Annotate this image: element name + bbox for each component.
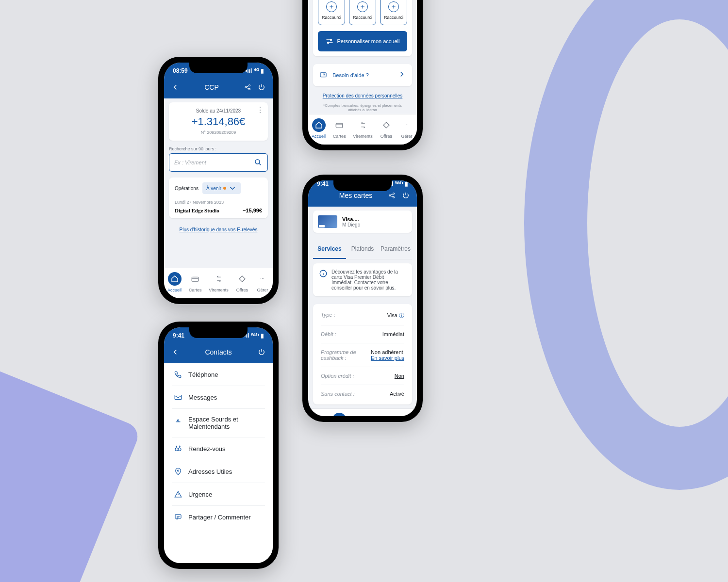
svg-point-1: [249, 85, 250, 86]
back-icon[interactable]: [171, 348, 180, 356]
svg-rect-8: [336, 123, 343, 128]
more-history-link[interactable]: Plus d'historique dans vos E-relevés: [180, 227, 258, 232]
svg-point-10: [393, 193, 395, 194]
contact-deaf[interactable]: Espace Sourds et Malentendants: [172, 409, 265, 437]
tab-gerer[interactable]: ⋯Gérer: [256, 272, 269, 292]
plus-icon: ＋: [326, 1, 337, 12]
help-icon: [319, 71, 328, 80]
card-thumbnail: [318, 215, 337, 228]
account-number: N° 209209209209: [175, 130, 262, 135]
search-input[interactable]: Ex : Virement: [169, 153, 268, 172]
tab-gerer[interactable]: ⋯Gérer: [400, 118, 414, 139]
phone-icon: [174, 370, 182, 379]
svg-rect-4: [192, 277, 199, 281]
svg-point-11: [393, 196, 395, 198]
balance-value: +1.314,86€: [175, 115, 262, 128]
page-title: Mes cartes: [324, 192, 388, 199]
upcoming-filter[interactable]: À venir: [202, 182, 241, 194]
svg-point-0: [245, 87, 247, 88]
back-icon[interactable]: [171, 83, 180, 92]
tab-virements[interactable]: Virements: [209, 272, 228, 292]
power-icon[interactable]: [401, 191, 410, 200]
info-icon[interactable]: ⓘ: [399, 312, 404, 318]
tab-virements[interactable]: Virements: [353, 118, 372, 139]
kv-type: Type :Visa ⓘ: [321, 306, 404, 325]
plus-icon: ＋: [388, 1, 399, 12]
tab-cartes[interactable]: Cartes: [332, 118, 346, 139]
power-icon[interactable]: [257, 83, 266, 92]
shortcut-add[interactable]: ＋Raccourci: [318, 0, 345, 25]
share-icon[interactable]: [244, 83, 252, 92]
phone-ccp: 08:59•ııl ⁴ᴳ ▮ CCP ⋮ Solde au 24/11/2023…: [158, 57, 279, 304]
accessibility-icon: [174, 419, 182, 427]
contact-addresses[interactable]: Adresses Utiles: [172, 460, 265, 483]
tab-bar: Accueil Cartes Virements Offres ⋯Gérer: [308, 114, 417, 145]
calendar-icon: [174, 444, 182, 453]
svg-point-15: [178, 420, 179, 421]
phone-home: ＋Raccourci ＋Raccourci ＋Raccourci Personn…: [302, 0, 423, 150]
contact-phone[interactable]: Téléphone: [172, 363, 265, 386]
tab-accueil[interactable]: Accueil: [312, 413, 326, 416]
cashback-link[interactable]: En savoir plus: [371, 355, 404, 361]
phone-contacts: 9:41•ıl ᵂᶦᶠᶦ ▮ Contacts Téléphone Messag…: [158, 322, 279, 569]
tab-offres[interactable]: Offres: [235, 272, 249, 292]
info-banner: Découvrez les avantages de la carte Visa…: [313, 263, 412, 296]
balance-card: ⋮ Solde au 24/11/2023 +1.314,86€ N° 2092…: [169, 102, 268, 141]
kv-debit: Débit :Immédiat: [321, 325, 404, 343]
search-icon: [254, 158, 263, 167]
operations-label: Opérations: [175, 186, 199, 191]
svg-point-2: [249, 88, 250, 90]
svg-point-16: [175, 448, 178, 451]
tab-cartes[interactable]: Cartes: [188, 272, 202, 292]
balance-label: Solde au 24/11/2023: [175, 108, 262, 113]
tab-cartes[interactable]: Cartes: [332, 413, 346, 416]
search-label: Recherche sur 90 jours :: [169, 146, 268, 151]
privacy-link[interactable]: Protection des données personnelles: [323, 93, 403, 98]
search-placeholder: Ex : Virement: [174, 160, 206, 165]
shortcut-add[interactable]: ＋Raccourci: [349, 0, 376, 25]
card-holder: M Diego: [342, 222, 360, 227]
tab-accueil[interactable]: Accueil: [167, 272, 182, 292]
contact-messages[interactable]: Messages: [172, 386, 265, 409]
kv-contactless: Sans contact :Activé: [321, 385, 404, 403]
kv-cashback: Programme de cashback :Non adhérentEn sa…: [321, 343, 404, 367]
page-title: CCP: [180, 83, 244, 91]
help-card[interactable]: Besoin d'aide ?: [313, 64, 412, 86]
tab-parametres[interactable]: Paramètres: [379, 240, 412, 259]
shortcut-add[interactable]: ＋Raccourci: [380, 0, 407, 25]
tab-offres[interactable]: Offres: [380, 413, 393, 416]
tab-accueil[interactable]: Accueil: [312, 118, 326, 139]
tab-gerer[interactable]: ⋯Gérer: [400, 413, 414, 416]
tab-bar: Accueil Cartes Virements Offres ⋯Gérer: [308, 408, 417, 416]
info-icon: [319, 269, 328, 278]
op-date: Lundi 27 Novembre 2023: [175, 200, 262, 205]
share-icon[interactable]: [388, 191, 397, 200]
phone-cards: 9:41•ıl ᵂᶦᶠᶦ ▮ Mes cartes Visa.... M Die…: [302, 175, 423, 422]
tab-bar: Accueil Cartes Virements Offres ⋯Gérer: [164, 268, 273, 298]
warning-icon: [174, 490, 182, 499]
card-summary[interactable]: Visa.... M Diego: [313, 210, 412, 233]
svg-point-18: [178, 470, 179, 471]
header: CCP: [164, 79, 273, 98]
header: Contacts: [164, 344, 273, 363]
contact-share[interactable]: Partager / Commenter: [172, 506, 265, 528]
pin-icon: [174, 467, 182, 476]
personalize-button[interactable]: Personnaliser mon accueil: [318, 31, 407, 51]
svg-point-17: [178, 448, 181, 451]
footnote: *Comptes bancaires, épargnes et placemen…: [318, 103, 407, 112]
tab-virements[interactable]: Virements: [353, 413, 372, 416]
power-icon[interactable]: [257, 348, 266, 356]
transaction-row[interactable]: Digital Edge Studio −15,99€: [175, 208, 262, 213]
contact-urgent[interactable]: Urgence: [172, 483, 265, 506]
tab-services[interactable]: Services: [313, 240, 346, 259]
card-tabs: Services Plafonds Paramètres: [313, 240, 412, 259]
page-title: Contacts: [180, 348, 257, 356]
more-icon[interactable]: ⋮: [256, 105, 264, 114]
plus-icon: ＋: [357, 1, 368, 12]
credit-link[interactable]: Non: [395, 373, 404, 379]
card-name: Visa....: [342, 216, 360, 222]
svg-rect-7: [320, 73, 326, 77]
tab-plafonds[interactable]: Plafonds: [346, 240, 379, 259]
tab-offres[interactable]: Offres: [380, 118, 393, 139]
contact-appointment[interactable]: Rendez-vous: [172, 437, 265, 460]
